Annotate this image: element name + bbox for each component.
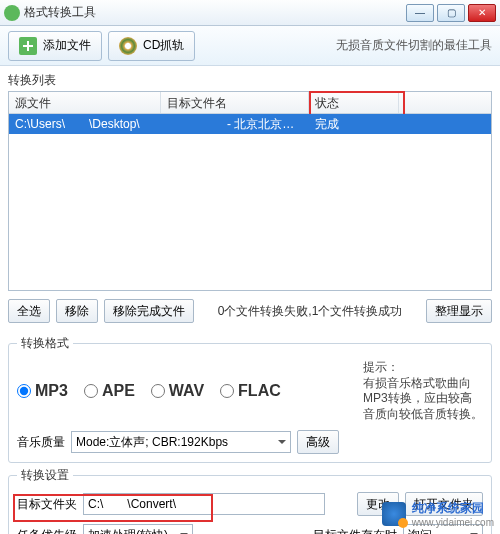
quality-row: 音乐质量 Mode:立体声; CBR:192Kbps 高级	[17, 430, 483, 454]
radio-flac-label: FLAC	[238, 382, 281, 400]
watermark: 纯净系统家园 www.yidaimei.com	[382, 500, 494, 528]
remove-button[interactable]: 移除	[56, 299, 98, 323]
tidy-display-button[interactable]: 整理显示	[426, 299, 492, 323]
remove-done-button[interactable]: 移除完成文件	[104, 299, 194, 323]
quality-select[interactable]: Mode:立体声; CBR:192Kbps	[71, 431, 291, 453]
watermark-text: 纯净系统家园 www.yidaimei.com	[412, 500, 494, 528]
watermark-brand: 纯净系统家园	[412, 500, 494, 517]
cell-target: - 北京北京…	[161, 114, 309, 135]
radio-mp3-label: MP3	[35, 382, 68, 400]
list-section-label: 转换列表	[0, 66, 500, 91]
hint-title: 提示：	[363, 360, 399, 374]
window-title: 格式转换工具	[24, 4, 406, 21]
cell-source: C:\Users\ \Desktop\	[9, 114, 161, 135]
radio-wav-input[interactable]	[151, 384, 165, 398]
maximize-button[interactable]: ▢	[437, 4, 465, 22]
format-fieldset: 转换格式 MP3 APE WAV FLAC 提示： 有损音乐格式歌曲向MP3转换…	[8, 335, 492, 463]
advanced-button[interactable]: 高级	[297, 430, 339, 454]
quality-label: 音乐质量	[17, 434, 65, 451]
header-target[interactable]: 目标文件名	[161, 92, 309, 113]
header-status[interactable]: 状态	[309, 92, 399, 113]
radio-mp3-input[interactable]	[17, 384, 31, 398]
radio-mp3[interactable]: MP3	[17, 382, 68, 400]
radio-ape-label: APE	[102, 382, 135, 400]
add-file-button[interactable]: 添加文件	[8, 31, 102, 61]
app-icon	[4, 5, 20, 21]
list-row[interactable]: C:\Users\ \Desktop\ - 北京北京… 完成	[9, 114, 491, 134]
dest-folder-value: C:\ \Convert\	[88, 496, 176, 513]
conversion-status-msg: 0个文件转换失败,1个文件转换成功	[200, 303, 420, 320]
toolbar: 添加文件 CD抓轨 无损音质文件切割的最佳工具	[0, 26, 500, 66]
watermark-icon	[382, 502, 406, 526]
plus-icon	[19, 37, 37, 55]
add-file-label: 添加文件	[43, 37, 91, 54]
list-body[interactable]: C:\Users\ \Desktop\ - 北京北京… 完成	[9, 114, 491, 290]
cd-icon	[119, 37, 137, 55]
header-source[interactable]: 源文件	[9, 92, 161, 113]
title-bar: 格式转换工具 ― ▢ ✕	[0, 0, 500, 26]
format-options-row: MP3 APE WAV FLAC 提示： 有损音乐格式歌曲向MP3转换，应由较高…	[17, 360, 483, 422]
window-controls: ― ▢ ✕	[406, 4, 496, 22]
watermark-url: www.yidaimei.com	[412, 517, 494, 528]
quality-value: Mode:立体声; CBR:192Kbps	[76, 434, 228, 451]
dest-folder-input[interactable]: C:\ \Convert\	[83, 493, 325, 515]
dest-folder-label: 目标文件夹	[17, 496, 77, 513]
radio-flac[interactable]: FLAC	[220, 382, 281, 400]
priority-value: 加速处理(较快)	[88, 527, 168, 534]
radio-ape[interactable]: APE	[84, 382, 135, 400]
hint-body: 有损音乐格式歌曲向MP3转换，应由较高音质向较低音质转换。	[363, 376, 483, 421]
radio-wav-label: WAV	[169, 382, 204, 400]
cd-rip-label: CD抓轨	[143, 37, 184, 54]
format-hint: 提示： 有损音乐格式歌曲向MP3转换，应由较高音质向较低音质转换。	[363, 360, 483, 422]
priority-label: 任务优先级	[17, 527, 77, 534]
minimize-button[interactable]: ―	[406, 4, 434, 22]
select-all-button[interactable]: 全选	[8, 299, 50, 323]
cd-rip-button[interactable]: CD抓轨	[108, 31, 195, 61]
radio-wav[interactable]: WAV	[151, 382, 204, 400]
radio-ape-input[interactable]	[84, 384, 98, 398]
format-legend: 转换格式	[17, 335, 73, 352]
radio-flac-input[interactable]	[220, 384, 234, 398]
settings-legend: 转换设置	[17, 467, 73, 484]
tagline-text: 无损音质文件切割的最佳工具	[336, 37, 492, 54]
list-button-row: 全选 移除 移除完成文件 0个文件转换失败,1个文件转换成功 整理显示	[0, 291, 500, 331]
conversion-list: 源文件 目标文件名 状态 C:\Users\ \Desktop\ - 北京北京……	[8, 91, 492, 291]
close-button[interactable]: ✕	[468, 4, 496, 22]
cell-status: 完成	[309, 114, 399, 135]
list-header: 源文件 目标文件名 状态	[9, 92, 491, 114]
priority-select[interactable]: 加速处理(较快)	[83, 524, 193, 534]
